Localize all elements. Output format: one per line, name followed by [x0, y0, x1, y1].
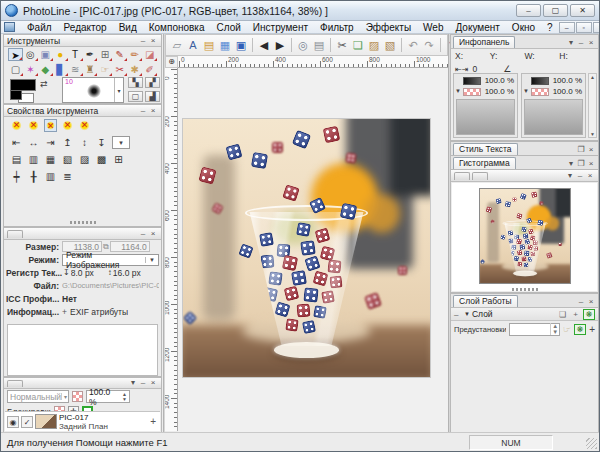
panel-tab-stub[interactable]	[7, 230, 23, 238]
zoom-tool-icon[interactable]: ◎	[23, 48, 38, 61]
mode-select[interactable]: Режим Изображения ▼	[62, 254, 159, 266]
panel-menu-icon[interactable]: ▾	[128, 378, 138, 388]
spinner-icon[interactable]: ▲▼	[550, 323, 559, 335]
menu-item[interactable]: Эффекты	[360, 22, 417, 33]
panel-close-icon[interactable]: ×	[586, 159, 596, 169]
panel-close-icon[interactable]: ×	[148, 229, 158, 239]
panel-minimize-icon[interactable]: –	[138, 106, 148, 116]
panel-menu-icon[interactable]: ▾	[566, 38, 576, 48]
distribute-icon[interactable]: ▥	[27, 153, 40, 166]
add-preset-icon[interactable]: +	[589, 324, 595, 335]
presets-select[interactable]: ▲▼	[509, 323, 560, 336]
expand-icon[interactable]: +	[62, 307, 67, 317]
canvas-area[interactable]	[178, 68, 448, 433]
eraser-tool-icon[interactable]: ◪	[142, 48, 157, 61]
gradient-swatch-group[interactable]: ▼ 100.0 % 100.0 %	[521, 73, 586, 138]
histogram-tab[interactable]: Гистограмма	[453, 157, 516, 169]
apply-icon[interactable]: ☞	[563, 324, 571, 334]
title-bar[interactable]: PhotoLine - [PIC-017.jpg (PIC-017, RGB-ц…	[1, 1, 599, 21]
working-layer-row[interactable]: – ▼ Слой ❏ + ❋	[451, 308, 598, 321]
mask-button-2[interactable]: ▞	[145, 77, 160, 88]
ruler-origin-button[interactable]: ⊕	[165, 56, 178, 68]
hand-tool-icon[interactable]: ✱	[127, 63, 142, 76]
distribute-icon[interactable]: ▧	[61, 153, 74, 166]
menu-item[interactable]: Фильтр	[314, 22, 360, 33]
color-gradient-swatch[interactable]	[531, 77, 549, 85]
panel-close-icon[interactable]: ×	[586, 297, 596, 307]
page-icon[interactable]: ❏	[557, 310, 568, 319]
transparency-swatch[interactable]	[531, 88, 549, 96]
menu-item[interactable]: Файл	[21, 22, 58, 33]
distribute-icon[interactable]: ▤	[10, 153, 23, 166]
align-dropdown[interactable]: ▾	[112, 136, 130, 149]
menu-item[interactable]: Вид	[113, 22, 143, 33]
panel-menu-icon[interactable]: ▾	[566, 159, 576, 169]
distribute-icon[interactable]: ▦	[44, 153, 57, 166]
panel-close-icon[interactable]: ×	[585, 171, 595, 181]
panel-resize-handle[interactable]	[70, 221, 96, 224]
menu-item[interactable]: Документ	[449, 22, 505, 33]
panel-close-icon[interactable]: ×	[148, 36, 158, 46]
gradient-tool-icon[interactable]: ▊	[53, 63, 68, 76]
menu-item[interactable]: Редактор	[58, 22, 113, 33]
forward-icon[interactable]: ▶	[272, 37, 288, 53]
layer-row[interactable]: ◉ ✓ PIC-017 Задний План +	[5, 411, 160, 431]
document-panel-header[interactable]: – ×	[4, 228, 161, 240]
gradient-swatch-group[interactable]: ▼ 100.0 % 100.0 %	[453, 73, 518, 138]
register-x-value[interactable]: 8.0 px	[71, 268, 94, 278]
menu-item[interactable]: Компоновка	[143, 22, 211, 33]
foreground-color-small-swatch[interactable]	[10, 90, 22, 100]
mdi-minimize-button[interactable]: –	[559, 22, 575, 33]
cut-icon[interactable]: ✂	[334, 37, 350, 53]
mask-button-4[interactable]: ▟	[145, 91, 160, 102]
mask-button-3[interactable]: ▢	[128, 91, 143, 102]
add-icon[interactable]: +	[570, 310, 581, 319]
registration-target-icon[interactable]: ✕	[10, 119, 23, 132]
panel-tab-stub[interactable]	[7, 380, 23, 387]
print-icon[interactable]: ▤	[311, 37, 327, 53]
text-tool-icon[interactable]: T	[68, 48, 83, 61]
color-gradient-swatch[interactable]	[463, 77, 481, 85]
brush-tool-icon[interactable]: ✎	[112, 48, 127, 61]
spacing-icon[interactable]: ≣	[61, 170, 74, 183]
menu-item[interactable]: ?	[541, 22, 559, 33]
select-tool-icon[interactable]: ➤	[8, 48, 23, 61]
layers-panel-header[interactable]: ▾ – ×	[4, 378, 161, 389]
chevron-down-icon[interactable]: ▼	[523, 88, 529, 94]
redo-icon[interactable]: ↷	[421, 37, 437, 53]
transparency-icon[interactable]	[72, 391, 83, 402]
register-y-value[interactable]: 16.0 px	[113, 268, 141, 278]
align-icon[interactable]: ↧	[95, 136, 108, 149]
layer-thumbnail[interactable]	[35, 414, 57, 429]
pencil-tool-icon[interactable]: ✐	[142, 63, 157, 76]
panel-close-icon[interactable]: ×	[148, 378, 158, 388]
panel-resize-handle[interactable]	[512, 288, 538, 291]
panel-menu-icon[interactable]: ▾	[565, 171, 575, 181]
mdi-restore-button[interactable]: ▫	[576, 22, 592, 33]
panel-minimize-icon[interactable]: –	[576, 38, 586, 48]
working-layer-tab[interactable]: Слой Работы	[453, 295, 518, 307]
spacing-icon[interactable]: ▥	[44, 170, 57, 183]
brush-dropdown-icon[interactable]: ▾	[114, 78, 123, 102]
registration-target-icon[interactable]: ✕	[27, 119, 40, 132]
shape-tool-icon[interactable]: ●	[53, 48, 68, 61]
distribute-icon[interactable]: ⊞	[112, 153, 125, 166]
panel-minimize-icon[interactable]: –	[575, 171, 585, 181]
panel-minimize-icon[interactable]: –	[576, 297, 586, 307]
copy-icon[interactable]: ❏	[350, 37, 366, 53]
layer-check-icon[interactable]: ✓	[21, 416, 33, 428]
back-icon[interactable]: ◀	[256, 37, 272, 53]
panel-restore-icon[interactable]: ❐	[576, 145, 586, 155]
scissors-tool-icon[interactable]: ✂	[112, 63, 127, 76]
notes-box[interactable]	[7, 324, 158, 376]
chevron-down-icon[interactable]: ▼	[455, 88, 461, 94]
menu-item[interactable]: Окно	[506, 22, 541, 33]
add-layer-icon[interactable]: +	[150, 416, 158, 427]
save-icon[interactable]: ▣	[233, 37, 249, 53]
brush-preview[interactable]: 10 ▾	[62, 77, 124, 103]
panel-restore-icon[interactable]: ❐	[576, 159, 586, 169]
scrollbar[interactable]: ▲ ▼	[588, 73, 597, 138]
panel-close-icon[interactable]: ×	[586, 145, 596, 155]
preview-icon[interactable]: ◎	[295, 37, 311, 53]
panel-minimize-icon[interactable]: –	[138, 36, 148, 46]
